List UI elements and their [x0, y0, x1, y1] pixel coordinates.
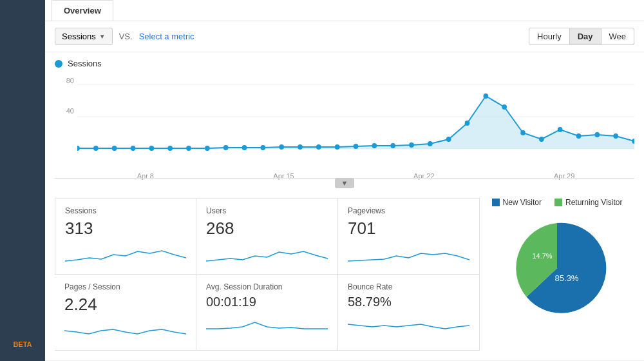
chart-container: 80 40	[55, 72, 634, 178]
svg-point-29	[539, 137, 544, 142]
y-label-80: 80	[55, 77, 74, 84]
svg-point-5	[93, 146, 99, 151]
metric-card-pages-session: Pages / Session 2.24	[55, 275, 196, 351]
svg-point-9	[167, 146, 173, 151]
select-metric-link[interactable]: Select a metric	[139, 32, 194, 41]
svg-point-20	[372, 143, 377, 148]
metric-value-pages-session: 2.24	[64, 295, 186, 315]
svg-point-8	[149, 146, 154, 151]
svg-point-17	[316, 144, 321, 150]
sparkline-users	[206, 242, 328, 264]
sparkline-pageviews	[348, 242, 469, 264]
tab-overview[interactable]: Overview	[52, 0, 113, 21]
page-wrapper: BETA Overview Sessions ▼ VS. Select a me…	[0, 0, 644, 361]
svg-point-7	[131, 146, 136, 151]
sparkline-sessions	[65, 242, 186, 264]
hourly-button[interactable]: Hourly	[529, 28, 570, 45]
day-button[interactable]: Day	[570, 28, 601, 45]
time-buttons-group: Hourly Day Wee	[529, 28, 634, 45]
pie-chart-section: New Visitor Returning Visitor	[480, 198, 634, 351]
sessions-legend-dot	[55, 60, 62, 68]
metric-value-users: 268	[206, 219, 328, 239]
metric-card-sessions: Sessions 313	[55, 198, 196, 275]
svg-point-13	[242, 145, 247, 150]
new-visitor-pct-label: 85.3%	[555, 273, 579, 283]
pie-chart: 85.3% 14.7%	[502, 213, 612, 317]
week-button[interactable]: Wee	[601, 28, 635, 45]
svg-point-12	[223, 145, 229, 150]
sparkline-pages-session	[64, 318, 186, 340]
vs-label: VS.	[119, 32, 133, 41]
metric-card-pageviews: Pageviews 701	[338, 198, 480, 275]
svg-point-24	[446, 137, 451, 142]
metric-card-avg-session: Avg. Session Duration 00:01:19	[196, 275, 338, 351]
returning-visitor-legend: Returning Visitor	[554, 198, 623, 207]
svg-point-27	[502, 104, 507, 110]
svg-point-15	[279, 144, 284, 150]
svg-marker-3	[77, 96, 634, 149]
sessions-legend-label: Sessions	[68, 59, 102, 68]
svg-point-19	[354, 144, 359, 149]
metric-card-users: Users 268	[196, 198, 338, 275]
svg-point-23	[428, 141, 433, 146]
svg-point-33	[613, 133, 618, 139]
metric-dropdown-label: Sessions	[62, 32, 96, 41]
chevron-down-icon: ▼	[99, 33, 106, 40]
svg-point-32	[594, 132, 600, 137]
svg-point-21	[390, 143, 395, 148]
metrics-grid: Sessions 313 Users 268 Pageviews 701	[55, 198, 480, 351]
scroll-indicator[interactable]: ▼	[335, 178, 355, 188]
svg-point-25	[465, 121, 470, 126]
y-label-40: 40	[55, 107, 74, 115]
new-visitor-legend-label: New Visitor	[503, 198, 542, 207]
svg-point-22	[409, 142, 414, 148]
svg-point-26	[483, 93, 488, 99]
metric-value-sessions: 313	[65, 219, 186, 239]
new-visitor-legend-box	[492, 199, 500, 206]
metric-name-users: Users	[206, 206, 328, 215]
chart-area: Sessions 80 40	[45, 52, 644, 178]
sidebar: BETA	[0, 0, 45, 361]
metric-name-pages-session: Pages / Session	[64, 282, 186, 291]
svg-point-28	[520, 130, 526, 135]
metric-value-avg-session: 00:01:19	[206, 295, 328, 309]
metric-value-bounce-rate: 58.79%	[348, 295, 469, 309]
sessions-chart	[77, 72, 634, 168]
svg-point-14	[260, 145, 265, 150]
svg-point-6	[112, 146, 117, 151]
svg-point-30	[558, 127, 563, 132]
chart-legend: Sessions	[55, 59, 634, 68]
svg-point-4	[77, 146, 80, 151]
metric-value-pageviews: 701	[348, 219, 469, 239]
new-visitor-legend: New Visitor	[492, 198, 542, 207]
metric-dropdown[interactable]: Sessions ▼	[55, 28, 113, 45]
returning-visitor-pct-label: 14.7%	[532, 252, 552, 260]
toolbar: Sessions ▼ VS. Select a metric Hourly Da…	[45, 21, 644, 52]
svg-point-31	[576, 133, 582, 139]
sparkline-bounce-rate	[348, 313, 469, 335]
returning-visitor-legend-label: Returning Visitor	[565, 198, 623, 207]
svg-point-11	[205, 146, 210, 151]
metric-name-sessions: Sessions	[65, 206, 186, 215]
metric-name-bounce-rate: Bounce Rate	[348, 282, 469, 291]
main-content: Overview Sessions ▼ VS. Select a metric …	[45, 0, 644, 361]
top-bar: Overview	[45, 0, 644, 21]
metric-name-pageviews: Pageviews	[348, 206, 469, 215]
metric-name-avg-session: Avg. Session Duration	[206, 282, 328, 291]
metrics-row: Sessions 313 Users 268 Pageviews 701	[45, 188, 644, 360]
sidebar-beta-label: BETA	[13, 340, 32, 348]
metric-card-bounce-rate: Bounce Rate 58.79%	[338, 275, 480, 351]
svg-point-18	[335, 144, 340, 150]
divider-bar: ▼	[55, 178, 634, 188]
svg-point-10	[186, 146, 191, 151]
sparkline-avg-session	[206, 313, 328, 335]
returning-visitor-legend-box	[554, 199, 562, 206]
pie-legend: New Visitor Returning Visitor	[492, 198, 623, 207]
svg-point-16	[298, 144, 303, 150]
